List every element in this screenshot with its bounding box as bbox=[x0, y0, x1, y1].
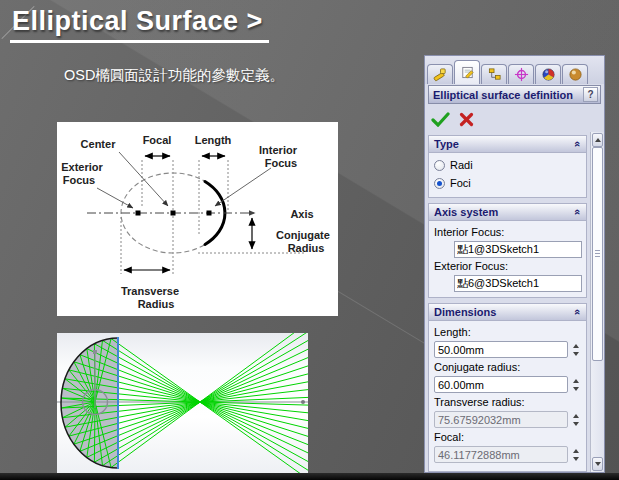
focal-label: Focal bbox=[143, 134, 172, 146]
spin-down-icon bbox=[573, 422, 579, 426]
collapse-chevron-icon[interactable]: « bbox=[572, 141, 584, 147]
axis-end-point bbox=[301, 400, 305, 404]
dimensions-group-title: Dimensions bbox=[434, 306, 496, 318]
wrench-icon bbox=[433, 67, 448, 82]
type-group-header[interactable]: Type « bbox=[429, 136, 586, 153]
type-group: Type « Radi Foci bbox=[428, 135, 587, 198]
conjugate-radius-label: Conjugate radius: bbox=[434, 361, 581, 373]
spin-up-icon[interactable] bbox=[573, 344, 579, 348]
spin-up-icon bbox=[573, 449, 579, 453]
collapse-chevron-icon[interactable]: « bbox=[572, 209, 584, 215]
panel-tab-target[interactable] bbox=[508, 64, 534, 84]
panel-tab-features[interactable] bbox=[427, 64, 453, 84]
exterior-focus-label: Exterior Focus: bbox=[434, 260, 581, 272]
dimensions-group: Dimensions « Length: Conjugate radius: bbox=[428, 303, 587, 472]
check-icon bbox=[433, 114, 448, 125]
radio-label: Radi bbox=[450, 159, 473, 171]
conjugate-radius-label: Radius bbox=[288, 242, 325, 254]
sketch-icon bbox=[460, 65, 475, 80]
panel-header: Elliptical surface definition ? bbox=[428, 85, 601, 104]
property-panel-tabs bbox=[425, 56, 604, 84]
spin-up-icon bbox=[573, 414, 579, 418]
transverse-radius-stepper bbox=[571, 412, 581, 428]
property-panel: Elliptical surface definition ? Type « bbox=[424, 55, 605, 473]
collapse-chevron-icon[interactable]: « bbox=[572, 309, 584, 315]
arrow-down-icon bbox=[595, 462, 601, 466]
panel-tab-property-manager[interactable] bbox=[454, 60, 480, 84]
link-icon bbox=[487, 67, 502, 82]
slide-bottom-bar bbox=[0, 473, 619, 480]
ray-trace-figure bbox=[57, 333, 308, 473]
spin-up-icon[interactable] bbox=[573, 379, 579, 383]
conjugate-radius-row bbox=[434, 376, 581, 393]
cancel-button[interactable] bbox=[459, 112, 474, 127]
panel-actions bbox=[425, 106, 604, 132]
close-x-icon bbox=[462, 114, 472, 124]
axis-system-group-body: Interior Focus: Exterior Focus: bbox=[429, 221, 586, 297]
length-field[interactable] bbox=[434, 341, 568, 358]
scrollbar-thumb[interactable] bbox=[592, 147, 603, 361]
axis-system-group: Axis system « Interior Focus: Exterior F… bbox=[428, 203, 587, 298]
transverse-radius-row bbox=[434, 411, 581, 428]
conjugate-radius-stepper[interactable] bbox=[571, 377, 581, 393]
interior-focus-label: Interior bbox=[259, 144, 298, 156]
type-group-body: Radi Foci bbox=[429, 153, 586, 197]
page-subtitle: OSD橢圓面設計功能的參數定義。 bbox=[64, 66, 284, 85]
type-group-title: Type bbox=[434, 138, 459, 150]
transverse-radius-field bbox=[434, 411, 568, 428]
panel-title: Elliptical surface definition bbox=[433, 89, 583, 101]
spin-down-icon[interactable] bbox=[573, 352, 579, 356]
exterior-focus-label: Focus bbox=[63, 174, 95, 186]
slide: Elliptical Surface > OSD橢圓面設計功能的參數定義。 bbox=[0, 0, 619, 480]
transverse-radius-label: Transverse radius: bbox=[434, 396, 581, 408]
transverse-radius-label: Transverse bbox=[121, 285, 179, 297]
exterior-focus-label: Exterior bbox=[61, 161, 103, 173]
arrow-up-icon bbox=[595, 138, 601, 142]
length-label: Length bbox=[195, 134, 232, 146]
leader-arrows bbox=[97, 152, 271, 208]
gold-sphere-icon bbox=[568, 67, 583, 82]
radio-label: Foci bbox=[450, 177, 471, 189]
dimensions-group-header[interactable]: Dimensions « bbox=[429, 304, 586, 321]
radio-option-foci[interactable]: Foci bbox=[434, 174, 581, 192]
focal-field bbox=[434, 446, 568, 463]
help-button[interactable]: ? bbox=[583, 87, 598, 102]
radio-option-radi[interactable]: Radi bbox=[434, 156, 581, 174]
ok-button[interactable] bbox=[431, 112, 450, 127]
panel-tab-dimxpert[interactable] bbox=[535, 64, 561, 84]
page-title: Elliptical Surface > bbox=[10, 6, 269, 43]
scroll-up-button[interactable] bbox=[592, 133, 603, 147]
spin-down-icon bbox=[573, 457, 579, 461]
tricolor-sphere-icon bbox=[541, 67, 556, 82]
axis-system-group-header[interactable]: Axis system « bbox=[429, 204, 586, 221]
ellipse-parameter-figure: Center Focal Length Interior Focus Exter… bbox=[57, 122, 338, 316]
interior-focus-field[interactable] bbox=[454, 241, 582, 258]
sketch-point bbox=[93, 350, 97, 354]
panel-tab-render[interactable] bbox=[562, 64, 588, 84]
panel-scrollbar[interactable] bbox=[590, 132, 604, 472]
interior-focus-label: Interior Focus: bbox=[434, 226, 581, 238]
spin-down-icon[interactable] bbox=[573, 387, 579, 391]
exterior-focus-field[interactable] bbox=[454, 275, 582, 292]
scroll-down-button[interactable] bbox=[592, 457, 603, 471]
panel-content: Type « Radi Foci bbox=[425, 132, 590, 472]
interior-focus-label: Focus bbox=[265, 157, 297, 169]
radio-icon[interactable] bbox=[434, 160, 445, 171]
conjugate-radius-field[interactable] bbox=[434, 376, 568, 393]
panel-tab-configurations[interactable] bbox=[481, 64, 507, 84]
radio-selected-icon[interactable] bbox=[434, 178, 445, 189]
focal-label: Focal: bbox=[434, 431, 581, 443]
dimensions-group-body: Length: Conjugate radius: Transverse rad… bbox=[429, 321, 586, 471]
conjugate-radius-label: Conjugate bbox=[276, 229, 330, 241]
length-label: Length: bbox=[434, 326, 581, 338]
ray-trace-image bbox=[57, 333, 308, 473]
length-stepper[interactable] bbox=[571, 342, 581, 358]
focal-row bbox=[434, 446, 581, 463]
length-row bbox=[434, 341, 581, 358]
parameter-diagram: Center Focal Length Interior Focus Exter… bbox=[57, 122, 338, 316]
crosshair-icon bbox=[514, 67, 529, 82]
axis-label: Axis bbox=[290, 208, 313, 220]
center-label: Center bbox=[81, 138, 117, 150]
panel-content-row: Type « Radi Foci bbox=[425, 132, 604, 472]
axis-system-group-title: Axis system bbox=[434, 206, 498, 218]
